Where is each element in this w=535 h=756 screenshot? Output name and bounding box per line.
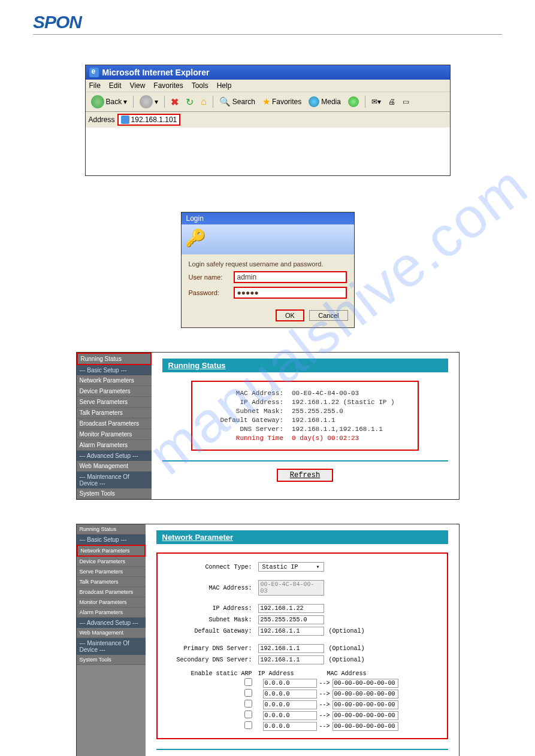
arp-ip-input[interactable] — [263, 679, 317, 688]
dns1-label: Primary DNS Server: — [162, 645, 258, 652]
sidebar: Running Status --- Basic Setup --- Netwo… — [77, 353, 152, 499]
mac-label: MAC Address: — [162, 585, 258, 591]
menu-file[interactable]: File — [89, 81, 101, 90]
sidebar-item-talk[interactable]: Talk Parameters — [77, 408, 152, 418]
network-parameter-panel: Running Status --- Basic Setup --- Netwo… — [76, 524, 460, 756]
dns-value: 192.168.1.1,192.168.1.1 — [292, 426, 383, 433]
arp-ip-input[interactable] — [263, 690, 317, 699]
sidebar-item-monitor[interactable]: Monitor Parameters — [77, 429, 152, 440]
back-button[interactable]: Back ▾ — [89, 94, 130, 110]
address-input[interactable]: 192.168.1.101 — [117, 114, 181, 126]
sidebar-item-alarm[interactable]: Alarm Parameters — [77, 440, 152, 451]
arp-ip-input[interactable] — [263, 711, 317, 720]
arp-mac-input[interactable] — [333, 722, 398, 731]
optional-text: (Optional) — [329, 645, 365, 652]
ie-menubar: File Edit View Favorites Tools Help — [86, 80, 450, 92]
arp-mac-input[interactable] — [333, 679, 398, 688]
page-icon — [121, 116, 129, 124]
menu-view[interactable]: View — [130, 81, 146, 90]
sidebar-item-broadcast[interactable]: Broadcast Parameters — [77, 587, 146, 597]
arp-checkbox[interactable] — [244, 721, 252, 729]
connect-type-select[interactable]: Stastic IP▾ — [258, 562, 324, 572]
sidebar-item-network[interactable]: Network Parameters — [77, 375, 152, 386]
arp-ip-input[interactable] — [263, 700, 317, 709]
sidebar-section-basic: --- Basic Setup --- — [77, 365, 152, 375]
login-dialog: Login 🔑 Login safely request username an… — [181, 212, 355, 328]
history-button[interactable] — [346, 95, 361, 108]
sidebar-item-monitor[interactable]: Monitor Parameters — [77, 597, 146, 608]
address-value: 192.168.1.101 — [131, 116, 177, 124]
search-button[interactable]: 🔍Search — [217, 95, 258, 108]
dns-label: DNS Server: — [202, 426, 292, 433]
sidebar-item-serve[interactable]: Serve Parameters — [77, 567, 146, 577]
login-icon-area: 🔑 — [182, 224, 354, 254]
page-header: SPON — [33, 12, 502, 35]
mask-label: Subnet Mask: — [162, 617, 258, 623]
gw-label: Default Gateway: — [202, 417, 292, 424]
menu-help[interactable]: Help — [217, 81, 232, 90]
sidebar-item-device[interactable]: Device Parameters — [77, 557, 146, 567]
sidebar-item-device[interactable]: Device Parameters — [77, 386, 152, 397]
sidebar-item-system[interactable]: System Tools — [77, 488, 152, 499]
sidebar-item-serve[interactable]: Serve Parameters — [77, 397, 152, 408]
dns1-input[interactable] — [258, 644, 324, 653]
stop-button[interactable]: ✖ — [168, 95, 181, 109]
sidebar-item-web[interactable]: Web Management — [77, 461, 152, 472]
gw-input[interactable] — [258, 627, 324, 636]
edit-button[interactable]: ▭ — [400, 96, 412, 107]
mask-input[interactable] — [258, 615, 324, 624]
ip-label: IP Address: — [202, 399, 292, 406]
username-input[interactable]: admin — [234, 271, 347, 283]
password-input[interactable]: ●●●●● — [234, 287, 347, 299]
arp-ip-input[interactable] — [263, 722, 317, 731]
sidebar-item-broadcast[interactable]: Broadcast Parameters — [77, 418, 152, 429]
arp-mac-header: MAC Address — [327, 670, 399, 677]
refresh-button[interactable]: ↻ — [183, 95, 196, 109]
mail-button[interactable]: ✉▾ — [369, 96, 383, 107]
login-title: Login — [182, 212, 354, 224]
sidebar-item-system[interactable]: System Tools — [77, 655, 146, 665]
arp-mac-input[interactable] — [333, 711, 398, 720]
menu-edit[interactable]: Edit — [109, 81, 122, 90]
arp-mac-input[interactable] — [333, 700, 398, 709]
runtime-value: 0 day(s) 00:02:23 — [292, 435, 359, 442]
cancel-button[interactable]: Cancel — [309, 310, 347, 321]
arp-ip-header: IP Address — [258, 670, 327, 677]
arp-row: --> — [162, 689, 442, 699]
ie-window: Microsoft Internet Explorer File Edit Vi… — [85, 65, 451, 176]
mac-label: MAC Address: — [202, 390, 292, 397]
sidebar-item-network[interactable]: Network Parameters — [77, 545, 146, 557]
runtime-label: Running Time — [202, 435, 292, 442]
sidebar-item-talk[interactable]: Talk Parameters — [77, 577, 146, 587]
menu-favorites[interactable]: Favorites — [153, 81, 183, 90]
arp-mac-input[interactable] — [333, 690, 398, 699]
arrow-icon: --> — [319, 723, 330, 730]
arp-checkbox[interactable] — [244, 678, 252, 686]
print-button[interactable]: 🖨 — [386, 96, 398, 107]
logo: SPON — [33, 12, 81, 34]
forward-button[interactable]: ▾ — [137, 94, 161, 110]
arp-checkbox[interactable] — [244, 689, 252, 697]
mac-value: 00-E0-4C-84-00-03 — [292, 390, 359, 397]
arp-row: --> — [162, 678, 442, 688]
menu-tools[interactable]: Tools — [192, 81, 208, 90]
sidebar-item-web[interactable]: Web Management — [77, 628, 146, 638]
home-button[interactable]: ⌂ — [198, 95, 209, 108]
password-label: Password: — [189, 289, 234, 296]
ok-button[interactable]: OK — [276, 309, 304, 321]
gw-label: Default Gateway: — [162, 628, 258, 634]
favorites-button[interactable]: ★Favorites — [260, 95, 304, 108]
sidebar-item-alarm[interactable]: Alarm Parameters — [77, 608, 146, 618]
ip-input[interactable] — [258, 604, 324, 613]
dns2-input[interactable] — [258, 655, 324, 664]
status-box: MAC Address:00-E0-4C-84-00-03 IP Address… — [191, 381, 419, 451]
arp-checkbox[interactable] — [244, 700, 252, 708]
media-button[interactable]: Media — [306, 95, 343, 108]
sidebar-item-running-status[interactable]: Running Status — [77, 353, 152, 365]
arp-checkbox[interactable] — [244, 711, 252, 718]
arp-row: --> — [162, 711, 442, 720]
mac-input: 00-E0-4C-84-00-03 — [258, 580, 324, 596]
sidebar-item-running-status[interactable]: Running Status — [77, 524, 146, 535]
arrow-icon: --> — [319, 702, 330, 708]
refresh-button[interactable]: Refresh — [277, 469, 333, 482]
